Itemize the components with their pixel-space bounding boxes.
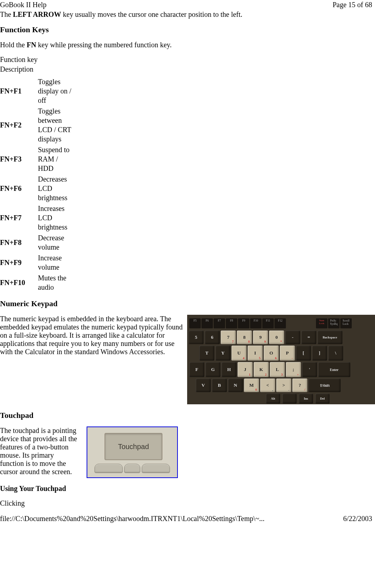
touchpad-middle-button-graphic [124,464,140,473]
keyboard-key: Enter [318,362,350,377]
keyboard-key: <, [260,379,275,392]
clicking-label: Clicking [0,499,375,507]
keyboard-key: G [205,362,220,377]
keyboard-fkey: F6 [201,318,213,328]
keyboard-key [282,394,297,404]
footer-date: 6/22/2003 [343,515,372,523]
keyboard-key: M0 [244,379,259,392]
table-row: FN+F8Decrease volume [0,232,76,252]
touchpad-heading: Touchpad [0,411,375,420]
keyboard-key: O6 [264,346,279,361]
keyboard-key: J1 [238,362,253,377]
using-touchpad-heading: Using Your Touchpad [0,485,375,493]
keyboard-key: ] [312,346,327,361]
keyboard-fkey: F10 [250,318,262,328]
keyboard-fkey: F9 [238,318,249,328]
numeric-keypad-heading: Numeric Keypad [0,299,375,308]
keyboard-key: ?/ [292,379,307,392]
keyboard-key: 5 [189,331,204,344]
keyboard-key: Ins [299,394,313,404]
touchpad-right-button-graphic [142,464,170,473]
table-row: FN+F9Increase volume [0,252,76,273]
keyboard-key: N [228,379,243,392]
keyboard-fkey: F12 [274,318,286,328]
keyboard-fkey: F11 [262,318,274,328]
keyboard-key: I5 [248,346,263,361]
keyboard-key: H [221,362,237,377]
touchpad-left-button-graphic [94,464,123,473]
keyboard-key: U4 [232,346,247,361]
table-row: FN+F7Increases LCD brightness [0,203,76,232]
touchpad-text: The touchpad is a pointing device that p… [0,426,79,476]
table-row: FN+F2Toggles between LCD / CRT displays [0,106,76,144]
keyboard-fkey: F7 [214,318,225,328]
table-row: FN+F6Decreases LCD brightness [0,174,76,203]
footer-path: file://C:\Documents%20and%20Settings\har… [0,515,264,523]
keyboard-key: Del [315,394,330,404]
keyboard-key: B [212,379,227,392]
keyboard-fkey: NumLock [316,318,327,328]
keyboard-key: 77 [221,331,236,344]
keyboard-key: P- [280,346,295,361]
header-page: Page 15 of 68 [332,1,372,9]
keyboard-key: ' [302,362,317,377]
keyboard-key: >. [276,379,291,392]
keyboard-fkey: PrtScSysRq [328,318,340,328]
table-row: FN+F10Mutes the audio [0,273,76,293]
keyboard-fkey: F8 [226,318,237,328]
keyboard-key: - [285,331,300,344]
keyboard-key: T [199,346,214,361]
keyboard-key: L3 [270,362,285,377]
keyboard-key: Y [215,346,230,361]
touchpad-pad-label: Touchpad [104,433,162,460]
keyboard-key: ;+ [286,362,301,377]
keyboard-key: \ [328,346,343,361]
function-keys-desc: Hold the FN key while pressing the numbe… [0,41,375,49]
touchpad-image: Touchpad [87,426,178,478]
header-left: GoBook II Help [0,1,47,9]
keyboard-fkey: F5 [189,318,201,328]
fn-table-header: Function key Description [0,55,375,74]
intro-paragraph: The LEFT ARROW key usually moves the cur… [0,10,375,19]
keyboard-key: K2 [254,362,269,377]
table-row: FN+F1Toggles display on / off [0,76,76,106]
keyboard-key: = [301,331,316,344]
keyboard-key: Backspace [317,331,342,344]
keyboard-image: F5F6F7F8F9F10F11F12NumLockPrtScSysRqScro… [187,315,375,404]
keyboard-key: ⇧Shift [308,379,341,392]
keyboard-key: 99 [253,331,268,344]
function-keys-table: FN+F1Toggles display on / off FN+F2Toggl… [0,76,76,293]
fn-key-label: FN [26,41,36,49]
left-arrow-key-label: LEFT ARROW [13,10,61,18]
function-keys-heading: Function Keys [0,25,375,34]
keyboard-key: [ [296,346,311,361]
keyboard-fkey: ScrollLock [340,318,352,328]
keyboard-key: V [196,379,211,392]
keyboard-key: 6 [205,331,220,344]
numeric-keypad-text: The numeric keypad is embedded in the ke… [0,315,184,356]
table-row: FN+F3Suspend to RAM / HDD [0,144,76,174]
keyboard-key: Alt [266,394,280,404]
keyboard-key: 0* [269,331,284,344]
keyboard-key: F [189,362,204,377]
keyboard-key: 88 [237,331,252,344]
